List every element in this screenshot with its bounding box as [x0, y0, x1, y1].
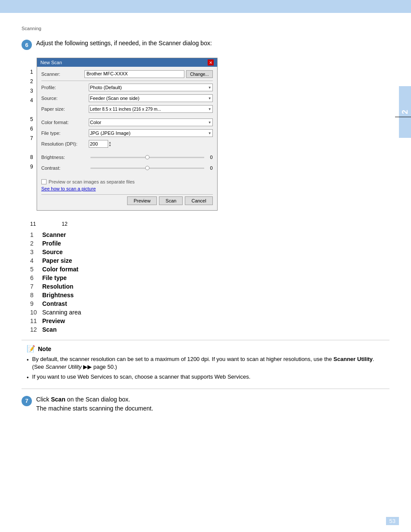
step7-text: Click Scan on the Scan dialog box. The m… — [36, 395, 153, 413]
spinner-down[interactable]: ▼ — [109, 144, 112, 147]
source-row: Source: Feeder (Scan one side) ▼ — [41, 93, 213, 103]
list-item-4: 4 Paper size — [30, 257, 389, 264]
list-label-6: File type — [42, 274, 67, 281]
resolution-row: Resolution (DPI): 200 ▲ ▼ — [41, 139, 213, 149]
step6-row: 6 Adjust the following settings, if need… — [22, 39, 389, 50]
file-type-arrow: ▼ — [208, 131, 212, 135]
see-how-link[interactable]: See how to scan a picture — [41, 186, 96, 191]
file-type-dropdown[interactable]: JPG (JPEG Image) ▼ — [89, 129, 213, 137]
note-bullet-2: • If you want to use Web Services to sca… — [27, 373, 384, 382]
link-row: See how to scan a picture — [41, 185, 213, 192]
list-item-3: 3 Source — [30, 249, 389, 255]
list-item-5: 5 Color format — [30, 266, 389, 273]
step6-circle: 6 — [22, 40, 32, 50]
num-label-1: 1 — [30, 67, 33, 77]
numbered-list: 1 Scanner 2 Profile 3 Source 4 Paper siz… — [30, 231, 389, 333]
profile-dropdown[interactable]: Photo (Default) ▼ — [89, 84, 213, 91]
bottom-labels: 11 12 — [30, 219, 389, 227]
contrast-label: Contrast: — [41, 165, 89, 171]
note-icon: 📝 — [27, 345, 35, 353]
list-num-7: 7 — [30, 283, 42, 290]
brightness-value: 0 — [206, 155, 213, 160]
dialog-title: New Scan — [40, 60, 62, 65]
list-label-12: Scan — [42, 326, 56, 333]
list-item-2: 2 Profile — [30, 240, 389, 247]
page-number-value: 53 — [386, 517, 399, 525]
list-num-6: 6 — [30, 274, 42, 281]
num-label-4: 4 — [30, 96, 33, 105]
spinner-up[interactable]: ▲ — [109, 141, 112, 144]
note-header: 📝 Note — [27, 345, 384, 353]
list-num-2: 2 — [30, 240, 42, 247]
change-button[interactable]: Change... — [186, 70, 212, 78]
preview-checkbox-label: Preview or scan images as separate files — [49, 179, 135, 184]
note-bullet-1: • By default, the scanner resolution can… — [27, 355, 384, 371]
contrast-track[interactable] — [90, 168, 204, 169]
resolution-spinner[interactable]: ▲ ▼ — [109, 141, 112, 147]
list-num-5: 5 — [30, 266, 42, 273]
scanner-dialog: New Scan ✕ Scanner: Brother MFC-XXXX Cha… — [37, 58, 218, 211]
color-format-dropdown[interactable]: Color ▼ — [89, 118, 213, 126]
top-bar — [0, 0, 411, 13]
profile-row: Profile: Photo (Default) ▼ — [41, 83, 213, 92]
preview-button[interactable]: Preview — [127, 196, 157, 205]
profile-arrow: ▼ — [208, 86, 212, 90]
scanner-row: Scanner: Brother MFC-XXXX Change... — [41, 70, 213, 78]
list-label-7: Resolution — [42, 283, 73, 290]
list-label-8: Brightness — [42, 292, 74, 299]
list-num-8: 8 — [30, 292, 42, 299]
paper-size-row: Paper size: Letter 8.5 x 11 inches (216 … — [41, 104, 213, 114]
source-label: Source: — [41, 96, 89, 101]
list-label-11: Preview — [42, 317, 65, 324]
num-label-gap2 — [30, 143, 33, 152]
list-label-10: Scanning area — [42, 309, 81, 316]
list-num-12: 12 — [30, 326, 42, 333]
source-value: Feeder (Scan one side) — [90, 96, 140, 101]
page-number: 53 — [386, 518, 399, 524]
note-bullet-dot-1: • — [27, 356, 29, 364]
note-box: 📝 Note • By default, the scanner resolut… — [22, 340, 389, 389]
num-label-7: 7 — [30, 134, 33, 143]
dialog-buttons-row: Preview Scan Cancel — [41, 194, 213, 207]
source-arrow: ▼ — [208, 96, 212, 100]
paper-size-label: Paper size: — [41, 106, 89, 112]
list-label-2: Profile — [42, 240, 61, 247]
num-label-gap1 — [30, 105, 33, 115]
gap-3 — [41, 174, 213, 177]
brightness-thumb[interactable] — [145, 155, 149, 159]
dialog-close-button[interactable]: ✕ — [208, 59, 214, 65]
file-type-row: File type: JPG (JPEG Image) ▼ — [41, 128, 213, 138]
resolution-input[interactable]: 200 — [89, 140, 108, 148]
preview-checkbox[interactable] — [41, 179, 47, 184]
paper-size-dropdown[interactable]: Letter 8.5 x 11 inches (216 x 279 m... ▼ — [89, 105, 213, 113]
note-bullet-text-1: By default, the scanner resolution can b… — [32, 355, 384, 371]
list-item-8: 8 Brightness — [30, 292, 389, 299]
label-10: 10 — [395, 114, 411, 120]
label-10-line — [395, 117, 411, 117]
source-dropdown[interactable]: Feeder (Scan one side) ▼ — [89, 94, 213, 102]
color-format-label: Color format: — [41, 120, 89, 125]
brightness-track[interactable] — [90, 157, 204, 158]
color-format-row: Color format: Color ▼ — [41, 118, 213, 127]
scan-button[interactable]: Scan — [159, 196, 183, 205]
contrast-thumb[interactable] — [145, 166, 149, 170]
list-item-7: 7 Resolution — [30, 283, 389, 290]
file-type-label: File type: — [41, 131, 89, 136]
left-number-labels: 1 2 3 4 5 6 7 8 9 — [30, 58, 33, 211]
list-item-6: 6 File type — [30, 274, 389, 281]
step6-text: Adjust the following settings, if needed… — [36, 39, 212, 48]
list-item-9: 9 Contrast — [30, 300, 389, 307]
dialog-body: Scanner: Brother MFC-XXXX Change... Prof… — [37, 67, 217, 210]
side-tab: 2 — [399, 86, 411, 138]
num-label-5: 5 — [30, 115, 33, 124]
paper-size-value: Letter 8.5 x 11 inches (216 x 279 m... — [90, 107, 161, 112]
label-11: 11 — [30, 221, 36, 227]
list-item-12: 12 Scan — [30, 326, 389, 333]
label-12: 12 — [62, 221, 67, 227]
list-label-1: Scanner — [42, 231, 66, 238]
file-type-value: JPG (JPEG Image) — [90, 131, 131, 136]
separator-1 — [41, 81, 213, 81]
cancel-button[interactable]: Cancel — [185, 196, 212, 205]
note-bullet-text-2: If you want to use Web Services to scan,… — [32, 373, 251, 381]
list-num-11: 11 — [30, 317, 42, 324]
